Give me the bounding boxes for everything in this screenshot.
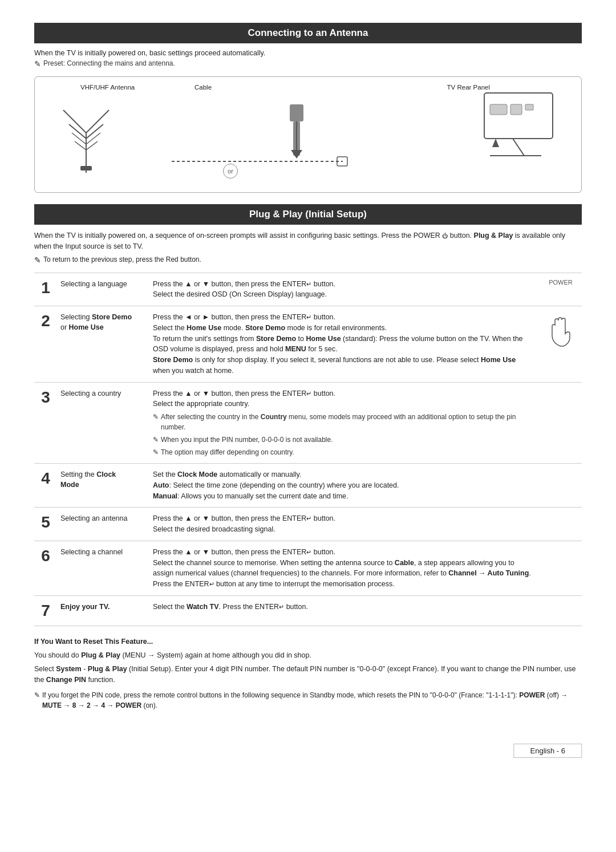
svg-line-22 — [513, 139, 524, 156]
step-3-num: 3 — [34, 382, 58, 464]
tv-rear-label: TV Rear Panel — [447, 84, 490, 91]
step-5-desc: Press the ▲ or ▼ button, then press the … — [149, 508, 536, 541]
step-1-img: POWER — [536, 273, 582, 306]
svg-rect-20 — [510, 104, 522, 115]
reset-section: If You Want to Reset This Feature... You… — [34, 636, 582, 711]
plug-play-section: Plug & Play (Initial Setup) When the TV … — [34, 204, 582, 711]
svg-rect-21 — [525, 104, 533, 110]
footer-label: English - 6 — [514, 744, 582, 758]
table-row: 3 Selecting a country Press the ▲ or ▼ b… — [34, 382, 582, 464]
step-1-label: Selecting a language — [58, 273, 149, 306]
hand-svg — [546, 312, 575, 352]
antenna-title: Connecting to an Antenna — [34, 23, 582, 43]
table-row: 6 Selecting a channel Press the ▲ or ▼ b… — [34, 541, 582, 595]
note-icon-2: ✎ — [34, 255, 41, 265]
step-2-label: Selecting Store Demoor Home Use — [58, 306, 149, 383]
svg-line-4 — [86, 124, 103, 139]
step-2-desc: Press the ◄ or ► button, then press the … — [149, 306, 536, 383]
svg-line-5 — [72, 133, 86, 144]
step-3-note1: ✎ After selecting the country in the Cou… — [153, 412, 533, 432]
svg-rect-9 — [80, 166, 92, 171]
step-4-desc: Set the Clock Mode automatically or manu… — [149, 464, 536, 508]
step-6-label: Selecting a channel — [58, 541, 149, 595]
note-icon-3: ✎ — [153, 412, 159, 422]
step-2-hand-icon — [536, 306, 582, 383]
step-6-desc: Press the ▲ or ▼ button, then press the … — [149, 541, 536, 595]
steps-table: 1 Selecting a language Press the ▲ or ▼ … — [34, 273, 582, 626]
reset-title: If You Want to Reset This Feature... — [34, 636, 582, 647]
step-1-num: 1 — [34, 273, 58, 306]
tv-rear-svg — [450, 87, 564, 178]
antenna-diagram: VHF/UHF Antenna Cable TV Rear Panel — [34, 76, 582, 193]
note-icon-6: ✎ — [34, 690, 40, 700]
note-icon: ✎ — [34, 59, 41, 68]
antenna-note: ✎ Preset: Connecting the mains and anten… — [34, 59, 582, 68]
step-3-desc: Press the ▲ or ▼ button, then press the … — [149, 382, 536, 464]
cable-label: Cable — [194, 84, 212, 91]
step-3-label: Selecting a country — [58, 382, 149, 464]
svg-line-3 — [69, 124, 86, 139]
table-row: 5 Selecting an antenna Press the ▲ or ▼ … — [34, 508, 582, 541]
step-3-img — [536, 382, 582, 464]
step-5-img — [536, 508, 582, 541]
table-row: 1 Selecting a language Press the ▲ or ▼ … — [34, 273, 582, 306]
reset-line-2: Select System - Plug & Play (Initial Set… — [34, 664, 582, 686]
step-2-num: 2 — [34, 306, 58, 383]
table-row: 7 Enjoy your TV. Select the Watch TV. Pr… — [34, 595, 582, 626]
step-3-note2: ✎ When you input the PIN number, 0-0-0-0… — [153, 435, 533, 445]
step-5-num: 5 — [34, 508, 58, 541]
plug-play-note: ✎ To return to the previous step, press … — [34, 255, 582, 265]
antenna-section: Connecting to an Antenna When the TV is … — [34, 23, 582, 193]
tv-connection-svg — [172, 144, 371, 178]
table-row: 4 Setting the ClockMode Set the Clock Mo… — [34, 464, 582, 508]
step-7-num: 7 — [34, 595, 58, 626]
step-7-desc: Select the Watch TV. Press the ENTER↵ bu… — [149, 595, 536, 626]
step-7-label: Enjoy your TV. — [58, 595, 149, 626]
note-icon-5: ✎ — [153, 447, 159, 457]
plug-play-title: Plug & Play (Initial Setup) — [34, 204, 582, 225]
step-7-img — [536, 595, 582, 626]
reset-note: ✎ If you forget the PIN code, press the … — [34, 690, 582, 711]
step-4-label: Setting the ClockMode — [58, 464, 149, 508]
antenna-intro: When the TV is initially powered on, bas… — [34, 49, 582, 57]
step-5-label: Selecting an antenna — [58, 508, 149, 541]
svg-line-6 — [86, 133, 100, 144]
vhf-antenna-svg — [52, 99, 120, 173]
step-6-img — [536, 541, 582, 595]
note-icon-4: ✎ — [153, 435, 159, 445]
step-6-num: 6 — [34, 541, 58, 595]
vhf-label: VHF/UHF Antenna — [80, 84, 135, 91]
step-4-img — [536, 464, 582, 508]
plug-play-intro: When the TV is initially powered on, a s… — [34, 230, 582, 252]
step-4-num: 4 — [34, 464, 58, 508]
svg-rect-18 — [484, 93, 553, 139]
step-3-note3: ✎ The option may differ depending on cou… — [153, 447, 533, 457]
svg-rect-19 — [490, 104, 507, 115]
reset-line-1: You should do Plug & Play (MENU → System… — [34, 650, 582, 661]
svg-rect-12 — [290, 104, 303, 121]
table-row: 2 Selecting Store Demoor Home Use Press … — [34, 306, 582, 383]
step-1-desc: Press the ▲ or ▼ button, then press the … — [149, 273, 536, 306]
svg-marker-24 — [492, 139, 499, 147]
